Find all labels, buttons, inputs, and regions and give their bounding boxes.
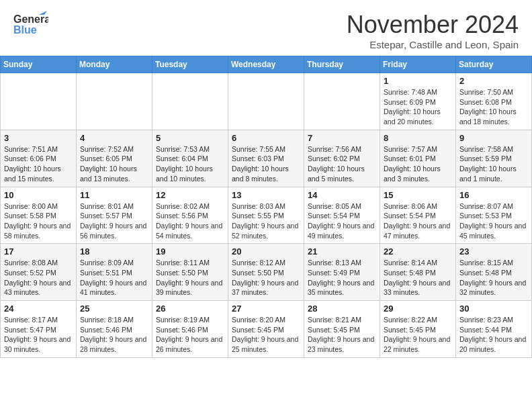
calendar-cell: 13Sunrise: 8:03 AM Sunset: 5:55 PM Dayli… bbox=[228, 187, 304, 244]
calendar-cell: 6Sunrise: 7:55 AM Sunset: 6:03 PM Daylig… bbox=[228, 130, 304, 187]
day-number: 29 bbox=[384, 304, 452, 314]
day-info: Sunrise: 7:53 AM Sunset: 6:04 PM Dayligh… bbox=[156, 144, 224, 184]
day-number: 20 bbox=[232, 246, 300, 257]
day-number: 28 bbox=[308, 304, 376, 314]
day-number: 3 bbox=[4, 133, 73, 143]
day-number: 23 bbox=[459, 246, 528, 257]
calendar-cell: 3Sunrise: 7:51 AM Sunset: 6:06 PM Daylig… bbox=[1, 130, 77, 187]
day-info: Sunrise: 8:00 AM Sunset: 5:58 PM Dayligh… bbox=[4, 201, 73, 241]
calendar-cell: 29Sunrise: 8:22 AM Sunset: 5:45 PM Dayli… bbox=[380, 301, 456, 358]
calendar-table: SundayMondayTuesdayWednesdayThursdayFrid… bbox=[0, 56, 532, 358]
day-info: Sunrise: 8:12 AM Sunset: 5:50 PM Dayligh… bbox=[232, 258, 300, 298]
day-number: 21 bbox=[308, 246, 376, 257]
day-number: 7 bbox=[308, 133, 376, 143]
day-info: Sunrise: 8:17 AM Sunset: 5:47 PM Dayligh… bbox=[4, 315, 73, 355]
day-number: 5 bbox=[156, 133, 224, 143]
day-number: 24 bbox=[4, 304, 73, 314]
day-info: Sunrise: 7:50 AM Sunset: 6:08 PM Dayligh… bbox=[459, 87, 528, 127]
page-header: General Blue November 2024 Estepar, Cast… bbox=[0, 0, 532, 56]
day-number: 4 bbox=[80, 133, 148, 143]
calendar-cell: 28Sunrise: 8:21 AM Sunset: 5:45 PM Dayli… bbox=[304, 301, 380, 358]
calendar-week-3: 10Sunrise: 8:00 AM Sunset: 5:58 PM Dayli… bbox=[1, 187, 532, 244]
calendar-week-2: 3Sunrise: 7:51 AM Sunset: 6:06 PM Daylig… bbox=[1, 130, 532, 187]
calendar-cell: 27Sunrise: 8:20 AM Sunset: 5:45 PM Dayli… bbox=[228, 301, 304, 358]
day-info: Sunrise: 7:52 AM Sunset: 6:05 PM Dayligh… bbox=[80, 144, 148, 184]
day-info: Sunrise: 8:20 AM Sunset: 5:45 PM Dayligh… bbox=[232, 315, 300, 355]
day-number: 8 bbox=[384, 133, 452, 143]
calendar-cell: 2Sunrise: 7:50 AM Sunset: 6:08 PM Daylig… bbox=[456, 73, 532, 130]
day-number: 27 bbox=[232, 304, 300, 314]
calendar-cell: 14Sunrise: 8:05 AM Sunset: 5:54 PM Dayli… bbox=[304, 187, 380, 244]
calendar-cell: 20Sunrise: 8:12 AM Sunset: 5:50 PM Dayli… bbox=[228, 244, 304, 301]
day-number: 6 bbox=[232, 133, 300, 143]
day-info: Sunrise: 7:55 AM Sunset: 6:03 PM Dayligh… bbox=[232, 144, 300, 184]
calendar-cell: 11Sunrise: 8:01 AM Sunset: 5:57 PM Dayli… bbox=[77, 187, 152, 244]
day-number: 14 bbox=[308, 190, 376, 200]
calendar-cell: 5Sunrise: 7:53 AM Sunset: 6:04 PM Daylig… bbox=[152, 130, 228, 187]
weekday-header-tuesday: Tuesday bbox=[152, 56, 228, 73]
calendar-week-5: 24Sunrise: 8:17 AM Sunset: 5:47 PM Dayli… bbox=[1, 301, 532, 358]
calendar-week-1: 1Sunrise: 7:48 AM Sunset: 6:09 PM Daylig… bbox=[1, 73, 532, 130]
calendar-header: SundayMondayTuesdayWednesdayThursdayFrid… bbox=[1, 56, 532, 73]
day-number: 12 bbox=[156, 190, 224, 200]
day-info: Sunrise: 8:22 AM Sunset: 5:45 PM Dayligh… bbox=[384, 315, 452, 355]
calendar-body: 1Sunrise: 7:48 AM Sunset: 6:09 PM Daylig… bbox=[1, 73, 532, 358]
calendar-cell: 18Sunrise: 8:09 AM Sunset: 5:51 PM Dayli… bbox=[77, 244, 152, 301]
day-info: Sunrise: 8:02 AM Sunset: 5:56 PM Dayligh… bbox=[156, 201, 224, 241]
calendar-cell bbox=[228, 73, 304, 130]
title-section: November 2024 Estepar, Castille and Leon… bbox=[347, 11, 519, 50]
svg-text:General: General bbox=[13, 13, 48, 25]
day-number: 16 bbox=[459, 190, 528, 200]
calendar-cell: 24Sunrise: 8:17 AM Sunset: 5:47 PM Dayli… bbox=[1, 301, 77, 358]
calendar-cell: 25Sunrise: 8:18 AM Sunset: 5:46 PM Dayli… bbox=[77, 301, 152, 358]
svg-text:Blue: Blue bbox=[13, 24, 37, 36]
day-info: Sunrise: 8:18 AM Sunset: 5:46 PM Dayligh… bbox=[80, 315, 148, 355]
day-info: Sunrise: 8:15 AM Sunset: 5:48 PM Dayligh… bbox=[459, 258, 528, 298]
day-number: 26 bbox=[156, 304, 224, 314]
day-info: Sunrise: 8:11 AM Sunset: 5:50 PM Dayligh… bbox=[156, 258, 224, 298]
day-info: Sunrise: 8:06 AM Sunset: 5:54 PM Dayligh… bbox=[384, 201, 452, 241]
calendar-cell: 9Sunrise: 7:58 AM Sunset: 5:59 PM Daylig… bbox=[456, 130, 532, 187]
location: Estepar, Castille and Leon, Spain bbox=[347, 39, 519, 50]
day-info: Sunrise: 8:03 AM Sunset: 5:55 PM Dayligh… bbox=[232, 201, 300, 241]
day-number: 25 bbox=[80, 304, 148, 314]
weekday-header-sunday: Sunday bbox=[1, 56, 77, 73]
day-info: Sunrise: 8:14 AM Sunset: 5:48 PM Dayligh… bbox=[384, 258, 452, 298]
day-info: Sunrise: 7:56 AM Sunset: 6:02 PM Dayligh… bbox=[308, 144, 376, 184]
day-info: Sunrise: 8:21 AM Sunset: 5:45 PM Dayligh… bbox=[308, 315, 376, 355]
day-number: 1 bbox=[384, 76, 452, 86]
calendar-cell bbox=[152, 73, 228, 130]
weekday-header-wednesday: Wednesday bbox=[228, 56, 304, 73]
calendar-week-4: 17Sunrise: 8:08 AM Sunset: 5:52 PM Dayli… bbox=[1, 244, 532, 301]
calendar-cell: 30Sunrise: 8:23 AM Sunset: 5:44 PM Dayli… bbox=[456, 301, 532, 358]
day-info: Sunrise: 8:09 AM Sunset: 5:51 PM Dayligh… bbox=[80, 258, 148, 298]
calendar-cell: 10Sunrise: 8:00 AM Sunset: 5:58 PM Dayli… bbox=[1, 187, 77, 244]
calendar-cell: 26Sunrise: 8:19 AM Sunset: 5:46 PM Dayli… bbox=[152, 301, 228, 358]
calendar-cell bbox=[77, 73, 152, 130]
day-info: Sunrise: 7:57 AM Sunset: 6:01 PM Dayligh… bbox=[384, 144, 452, 184]
day-info: Sunrise: 7:58 AM Sunset: 5:59 PM Dayligh… bbox=[459, 144, 528, 184]
day-number: 2 bbox=[459, 76, 528, 86]
day-info: Sunrise: 8:23 AM Sunset: 5:44 PM Dayligh… bbox=[459, 315, 528, 355]
day-number: 18 bbox=[80, 246, 148, 257]
day-number: 19 bbox=[156, 246, 224, 257]
day-number: 17 bbox=[4, 246, 73, 257]
calendar-cell: 22Sunrise: 8:14 AM Sunset: 5:48 PM Dayli… bbox=[380, 244, 456, 301]
calendar-cell: 12Sunrise: 8:02 AM Sunset: 5:56 PM Dayli… bbox=[152, 187, 228, 244]
calendar-cell: 4Sunrise: 7:52 AM Sunset: 6:05 PM Daylig… bbox=[77, 130, 152, 187]
day-info: Sunrise: 8:19 AM Sunset: 5:46 PM Dayligh… bbox=[156, 315, 224, 355]
weekday-header-friday: Friday bbox=[380, 56, 456, 73]
day-number: 13 bbox=[232, 190, 300, 200]
calendar-cell: 21Sunrise: 8:13 AM Sunset: 5:49 PM Dayli… bbox=[304, 244, 380, 301]
day-info: Sunrise: 8:05 AM Sunset: 5:54 PM Dayligh… bbox=[308, 201, 376, 241]
day-info: Sunrise: 8:07 AM Sunset: 5:53 PM Dayligh… bbox=[459, 201, 528, 241]
day-number: 11 bbox=[80, 190, 148, 200]
calendar-cell: 1Sunrise: 7:48 AM Sunset: 6:09 PM Daylig… bbox=[380, 73, 456, 130]
month-title: November 2024 bbox=[347, 11, 519, 39]
day-number: 9 bbox=[459, 133, 528, 143]
day-info: Sunrise: 8:13 AM Sunset: 5:49 PM Dayligh… bbox=[308, 258, 376, 298]
calendar-cell: 7Sunrise: 7:56 AM Sunset: 6:02 PM Daylig… bbox=[304, 130, 380, 187]
day-info: Sunrise: 8:01 AM Sunset: 5:57 PM Dayligh… bbox=[80, 201, 148, 241]
calendar-cell bbox=[1, 73, 77, 130]
weekday-header-thursday: Thursday bbox=[304, 56, 380, 73]
